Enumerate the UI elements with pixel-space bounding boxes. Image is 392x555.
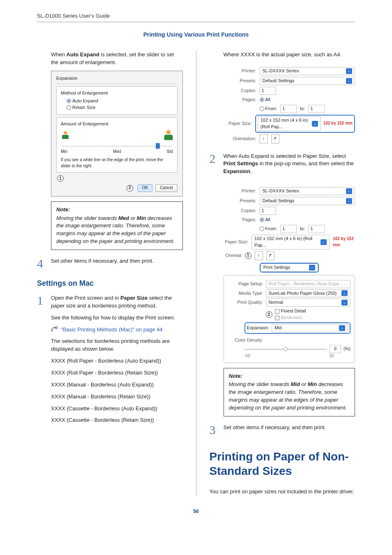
- print-settings-card: Page Setup: Roll Paper - Borderless (Aut…: [224, 275, 355, 363]
- step-number: 2: [210, 153, 219, 180]
- settings-on-mac-heading: Settings on Mac: [37, 278, 183, 289]
- presets-select[interactable]: Default Settings⌄: [260, 77, 355, 85]
- finest-detail-checkbox[interactable]: Finest Detail: [275, 308, 351, 314]
- media-type-label: Media Type:: [228, 290, 263, 297]
- enlargement-slider[interactable]: [62, 142, 171, 150]
- radio-retain-size[interactable]: Retain Size: [67, 104, 173, 111]
- orientation-portrait[interactable]: ↑: [255, 251, 263, 260]
- note-body: Moving the slider towards Med or Min dec…: [56, 215, 178, 245]
- paper-size-select[interactable]: 102 x 152 mm (4 x 6 in) (Roll Pap...⌄: [251, 235, 330, 250]
- to-label: to:: [300, 226, 305, 232]
- note-body: Moving the slider towards Mid or Min dec…: [229, 381, 350, 412]
- to-input[interactable]: 1: [308, 225, 325, 233]
- step-2: 2 When Auto Expand is selected in Paper …: [210, 153, 355, 180]
- paper-size-highlight: 102 x 152 mm (4 x 6 in) (Roll Pap...⌄ 10…: [255, 115, 355, 133]
- person-icon-large: [162, 129, 174, 141]
- media-type-select[interactable]: SureLab Photo Paper Gloss (250)⌄: [266, 289, 351, 298]
- orientation-landscape[interactable]: ↱: [271, 134, 279, 143]
- section-title: Printing Using Various Print Functions: [37, 30, 355, 39]
- list-item: XXXX (Roll Paper - Borderless (Retain Si…: [51, 369, 183, 377]
- radio-from[interactable]: From:: [260, 226, 277, 232]
- density-slider[interactable]: [244, 346, 327, 352]
- to-label: to:: [300, 106, 305, 112]
- slider-tip: If you see a white line on the edge of t…: [61, 157, 173, 169]
- paper-size-note: Where XXXX is the actual paper size, suc…: [224, 51, 355, 59]
- presets-select[interactable]: Default Settings⌄: [260, 197, 355, 205]
- ok-button[interactable]: OK: [138, 184, 152, 192]
- chevron-down-icon: ⌄: [341, 300, 348, 305]
- printer-select[interactable]: SL-DXXXX Series⌄: [260, 67, 355, 75]
- to-input[interactable]: 1: [308, 105, 325, 113]
- from-input[interactable]: 1: [280, 225, 297, 233]
- radio-label: Auto Expand: [72, 98, 98, 103]
- page-setup-select: Roll Paper - Borderless (Auto Expa...⌄: [266, 280, 351, 288]
- presets-label: Presets:: [224, 78, 256, 84]
- guide-title: SL-D1000 Series User's Guide: [37, 12, 355, 20]
- density-value[interactable]: 0: [330, 345, 341, 353]
- paper-size-select[interactable]: 102 x 152 mm (4 x 6 in) (Roll Pap...⌄: [258, 116, 321, 131]
- chevron-down-icon: ⌄: [346, 198, 352, 204]
- expansion-dialog-screenshot: Expansion Method of Enlargement Auto Exp…: [51, 71, 183, 197]
- page-number: 56: [37, 508, 355, 515]
- list-item: XXXX (Cassette - Borderless (Auto Expand…: [51, 405, 183, 413]
- list-item: XXXX (Cassette - Borderless (Retain Size…: [51, 416, 183, 424]
- printer-label: Printer:: [224, 188, 256, 194]
- expansion-label: Expansion:: [247, 325, 269, 331]
- person-icon-small: [61, 131, 70, 140]
- amount-label: Amount of Enlargement: [61, 121, 173, 127]
- non-standard-sizes-heading: Printing on Paper of Non-Standard Sizes: [210, 449, 355, 478]
- orientation-label: Orientation:: [224, 136, 256, 142]
- callout-1-icon: 1: [245, 252, 251, 259]
- chevron-down-icon: ⌄: [312, 121, 318, 127]
- hand-pointer-icon: [51, 326, 58, 332]
- radio-all[interactable]: All: [260, 217, 270, 223]
- pages-label: Pages:: [224, 97, 256, 103]
- list-item: XXXX (Manual - Borderless (Auto Expand)): [51, 381, 183, 389]
- chevron-down-icon: ⌄: [339, 325, 345, 331]
- density-label: Color Density:: [228, 337, 263, 344]
- tick-med: Med: [113, 149, 121, 155]
- printer-label: Printer:: [224, 68, 256, 74]
- callout-1-icon: 1: [57, 175, 64, 182]
- copies-input[interactable]: 1: [260, 87, 276, 95]
- orientation-landscape[interactable]: ↱: [266, 251, 274, 260]
- step-1: 1 Open the Print screen and in Paper Siz…: [37, 294, 183, 428]
- radio-all[interactable]: All: [260, 97, 270, 103]
- copies-label: Copies:: [224, 88, 256, 94]
- paper-size-label: Paper Size:: [224, 120, 252, 127]
- radio-auto-expand[interactable]: Auto Expand: [67, 98, 173, 104]
- from-input[interactable]: 1: [280, 105, 297, 113]
- note-box: Note: Moving the slider towards Mid or M…: [224, 368, 355, 416]
- density-percent: (%): [344, 346, 350, 352]
- orientation-portrait[interactable]: ↑: [260, 134, 268, 143]
- chevron-down-icon: ⌄: [346, 78, 352, 84]
- printer-select[interactable]: SL-DXXXX Series⌄: [260, 187, 355, 195]
- step-number: 3: [210, 424, 219, 436]
- callout-2-icon: 2: [127, 185, 133, 192]
- step-3: 3 Set other items if necessary, and then…: [210, 424, 355, 436]
- print-settings-popup[interactable]: Print Settings⌄: [261, 264, 318, 272]
- radio-from[interactable]: From:: [260, 106, 277, 112]
- right-column: Where XXXX is the actual paper size, suc…: [210, 51, 355, 496]
- paper-size-label: Paper Size:: [224, 239, 249, 245]
- quality-select[interactable]: Normal⌄: [266, 298, 351, 307]
- dialog-title: Expansion: [56, 75, 178, 84]
- step1-p3: The selections for borderless printing m…: [51, 338, 183, 353]
- link-text: "Basic Printing Methods (Mac)" on page 4…: [61, 326, 163, 334]
- expansion-select[interactable]: Mid⌄: [272, 324, 348, 332]
- chevron-down-icon: ⌄: [309, 265, 315, 271]
- step-number: 4: [37, 257, 46, 270]
- copies-input[interactable]: 1: [260, 207, 276, 215]
- step-number: 1: [37, 294, 46, 428]
- density-max: 50: [330, 353, 334, 359]
- cancel-button[interactable]: Cancel: [155, 184, 177, 192]
- tick-min: Min: [61, 149, 67, 155]
- cross-reference-link[interactable]: "Basic Printing Methods (Mac)" on page 4…: [51, 326, 183, 334]
- column-divider: [196, 51, 196, 496]
- auto-expand-intro: When Auto Expand is selected, set the sl…: [51, 51, 183, 67]
- radio-label: Retain Size: [72, 105, 95, 110]
- note-title: Note:: [229, 372, 350, 380]
- pages-label: Pages:: [224, 217, 256, 223]
- page-setup-label: Page Setup:: [228, 281, 263, 287]
- list-item: XXXX (Roll Paper - Borderless (Auto Expa…: [51, 357, 183, 365]
